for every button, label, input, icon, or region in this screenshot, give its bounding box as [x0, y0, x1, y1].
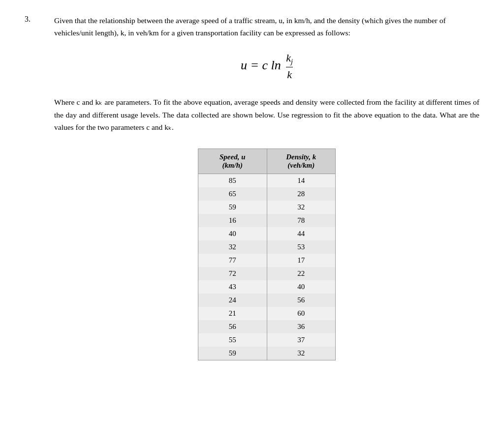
table-row: 8514 — [198, 174, 336, 187]
density-cell: 56 — [267, 294, 336, 307]
table-body: 8514652859321678404432537717722243402456… — [198, 174, 336, 360]
density-cell: 32 — [267, 201, 336, 214]
density-cell: 17 — [267, 254, 336, 267]
formula-lhs: u = c ln — [241, 58, 281, 72]
table-row: 1678 — [198, 214, 336, 227]
formula-fraction: kj k — [286, 52, 293, 81]
table-row: 7717 — [198, 254, 336, 267]
speed-cell: 40 — [198, 227, 267, 240]
density-cell: 53 — [267, 240, 336, 254]
speed-cell: 59 — [198, 347, 267, 360]
speed-cell: 56 — [198, 320, 267, 333]
speed-cell: 85 — [198, 174, 267, 187]
fraction-denominator: k — [287, 67, 292, 81]
formula: u = c ln kj k — [54, 52, 479, 81]
table-row: 5932 — [198, 201, 336, 214]
speed-cell: 43 — [198, 280, 267, 294]
table-row: 2160 — [198, 307, 336, 320]
speed-cell: 72 — [198, 267, 267, 280]
speed-cell: 59 — [198, 201, 267, 214]
density-cell: 78 — [267, 214, 336, 227]
table-row: 5932 — [198, 347, 336, 360]
problem-3: 3. Given that the relationship between t… — [25, 15, 479, 360]
table-row: 3253 — [198, 240, 336, 254]
problem-number: 3. — [25, 15, 44, 360]
col-speed-header: Speed, u (km/h) — [198, 148, 267, 174]
problem-content: Given that the relationship between the … — [54, 15, 479, 360]
fraction-numerator: kj — [286, 52, 293, 67]
density-cell: 22 — [267, 267, 336, 280]
description-text: Where c and kₖ are parameters. To fit th… — [54, 96, 479, 134]
table-row: 4340 — [198, 280, 336, 294]
table-row: 2456 — [198, 294, 336, 307]
speed-cell: 32 — [198, 240, 267, 254]
density-cell: 60 — [267, 307, 336, 320]
density-cell: 14 — [267, 174, 336, 187]
speed-cell: 77 — [198, 254, 267, 267]
speed-cell: 65 — [198, 187, 267, 201]
density-cell: 28 — [267, 187, 336, 201]
subscript-j: j — [291, 58, 293, 65]
speed-cell: 24 — [198, 294, 267, 307]
table-row: 5636 — [198, 320, 336, 333]
speed-cell: 55 — [198, 333, 267, 347]
col-density-header: Density, k (veh/km) — [267, 148, 336, 174]
speed-cell: 21 — [198, 307, 267, 320]
intro-text: Given that the relationship between the … — [54, 15, 479, 39]
density-cell: 44 — [267, 227, 336, 240]
data-table-wrapper: Speed, u (km/h) Density, k (veh/km) 8514… — [54, 148, 479, 360]
table-row: 6528 — [198, 187, 336, 201]
density-cell: 40 — [267, 280, 336, 294]
table-row: 7222 — [198, 267, 336, 280]
density-cell: 32 — [267, 347, 336, 360]
density-cell: 36 — [267, 320, 336, 333]
table-row: 4044 — [198, 227, 336, 240]
speed-cell: 16 — [198, 214, 267, 227]
table-row: 5537 — [198, 333, 336, 347]
data-table: Speed, u (km/h) Density, k (veh/km) 8514… — [198, 148, 336, 360]
density-cell: 37 — [267, 333, 336, 347]
table-header-row: Speed, u (km/h) Density, k (veh/km) — [198, 148, 336, 174]
